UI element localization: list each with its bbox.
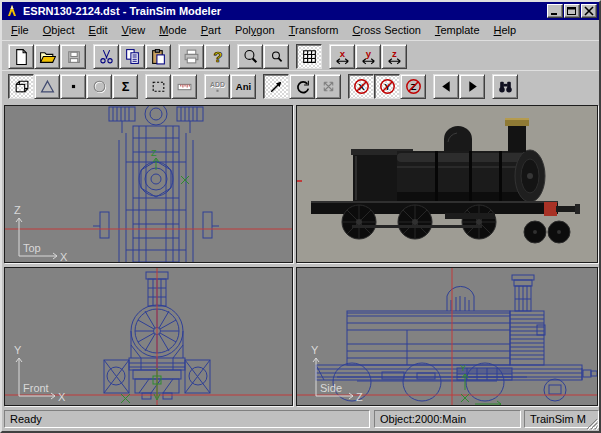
side-view-wireframe (316, 275, 597, 401)
extent-x-button[interactable]: x (329, 44, 355, 69)
triangle-tool-button[interactable] (34, 74, 60, 99)
status-ready: Ready (4, 410, 370, 428)
axis-v-label: Y (311, 344, 319, 356)
menu-template[interactable]: Template (428, 22, 487, 38)
box-tool-button[interactable] (8, 74, 34, 99)
move-tool-button[interactable] (263, 74, 289, 99)
axis-h-label: X (60, 251, 68, 262)
menu-view[interactable]: View (115, 22, 153, 38)
select-rect-button[interactable] (145, 74, 171, 99)
add-part-button: ADDADD (204, 74, 230, 99)
point-tool-button[interactable] (60, 74, 86, 99)
menu-transform[interactable]: Transform (282, 22, 346, 38)
circle-tool-icon (91, 78, 108, 95)
find-icon (497, 78, 514, 95)
green-axis-label: Y (460, 363, 466, 373)
green-axis-label: Z (151, 148, 157, 158)
menu-cross-section[interactable]: Cross Section (345, 22, 427, 38)
top-view-wireframe (93, 106, 219, 262)
prev-part-button[interactable] (433, 74, 459, 99)
menu-part[interactable]: Part (194, 22, 228, 38)
sigma-tool-button[interactable]: Σ (112, 74, 138, 99)
title-bar[interactable]: ESRN130-2124.dst - TrainSim Modeler (2, 2, 599, 20)
menu-polygon[interactable]: Polygon (228, 22, 282, 38)
grid-icon (301, 48, 318, 65)
print-button (178, 44, 204, 69)
toolbar-tools: ΣADDADDAniXYZ (2, 70, 599, 107)
svg-text:z: z (392, 48, 397, 59)
rotate-tool-button[interactable] (289, 74, 315, 99)
viewport-side[interactable]: Y Y Side Z (296, 267, 598, 406)
lock-z-button[interactable]: Z (400, 74, 426, 99)
menu-object[interactable]: Object (36, 22, 82, 38)
zoom-out-icon (268, 48, 285, 65)
close-icon (583, 6, 595, 16)
svg-text:?: ? (213, 49, 222, 65)
axis-h-label: Z (356, 391, 363, 403)
open-file-icon (39, 48, 56, 65)
save-file-button (60, 44, 86, 69)
viewport-axis-legend: Y Front X (14, 344, 66, 403)
menu-mode[interactable]: Mode (152, 22, 194, 38)
point-tool-icon (65, 78, 82, 95)
viewport-label: Side (320, 382, 342, 394)
new-file-button[interactable] (8, 44, 34, 69)
svg-text:Σ: Σ (121, 79, 129, 94)
scale-tool-button (315, 74, 341, 99)
grid-button[interactable] (296, 44, 322, 69)
ruler-icon (176, 78, 193, 95)
viewport-perspective[interactable] (296, 105, 598, 263)
app-icon (4, 4, 20, 18)
app-window: ESRN130-2124.dst - TrainSim Modeler File… (0, 0, 601, 433)
lock-y-button[interactable]: Y (374, 74, 400, 99)
box-tool-icon (13, 78, 30, 95)
axis-v-label: Z (14, 204, 21, 216)
close-button[interactable] (581, 4, 597, 18)
status-object: Object:2000:Main (374, 410, 521, 428)
zoom-out-button[interactable] (263, 44, 289, 69)
zoom-in-button[interactable] (237, 44, 263, 69)
svg-text:y: y (365, 48, 371, 59)
lock-x-button[interactable]: X (348, 74, 374, 99)
help-button[interactable]: ? (204, 44, 230, 69)
maximize-icon (566, 6, 578, 16)
menu-file[interactable]: File (4, 22, 36, 38)
origin-marker (121, 368, 161, 403)
circle-tool-button (86, 74, 112, 99)
ani-text-icon: Ani (235, 78, 252, 95)
menu-edit[interactable]: Edit (82, 22, 115, 38)
menu-bar: FileObjectEditViewModePartPolygonTransfo… (2, 20, 599, 40)
viewport-front[interactable]: Y Front X (4, 267, 293, 406)
next-part-button[interactable] (459, 74, 485, 99)
move-arrow-icon (268, 78, 285, 95)
axis-extent-icon: z (386, 48, 403, 65)
rotate-icon (294, 78, 311, 95)
axis-extent-icon: y (360, 48, 377, 65)
viewport-top[interactable]: Z Z Top X (4, 105, 293, 263)
viewport-axis-legend: Z Top X (14, 204, 68, 262)
minimize-icon (549, 6, 561, 16)
animate-button[interactable]: Ani (230, 74, 256, 99)
no-axis-icon: Z (405, 78, 422, 95)
extent-y-button[interactable]: y (355, 44, 381, 69)
open-file-button[interactable] (34, 44, 60, 69)
axis-v-label: Y (14, 344, 22, 356)
extent-z-button[interactable]: z (381, 44, 407, 69)
copy-button[interactable] (119, 44, 145, 69)
find-button[interactable] (492, 74, 518, 99)
triangle-tool-icon (39, 78, 56, 95)
copy-icon (124, 48, 141, 65)
save-file-icon (65, 48, 82, 65)
menu-help[interactable]: Help (487, 22, 524, 38)
workspace: Z Z Top X (2, 103, 599, 407)
cut-button[interactable] (93, 44, 119, 69)
resize-grip[interactable] (585, 417, 598, 430)
select-rect-icon (150, 78, 167, 95)
add-text-icon: ADDADD (209, 78, 226, 95)
axis-extent-icon: x (334, 48, 351, 65)
minimize-button[interactable] (547, 4, 563, 18)
paste-button[interactable] (145, 44, 171, 69)
svg-text:Ani: Ani (235, 81, 250, 92)
maximize-button[interactable] (564, 4, 580, 18)
no-axis-icon: Y (379, 78, 396, 95)
